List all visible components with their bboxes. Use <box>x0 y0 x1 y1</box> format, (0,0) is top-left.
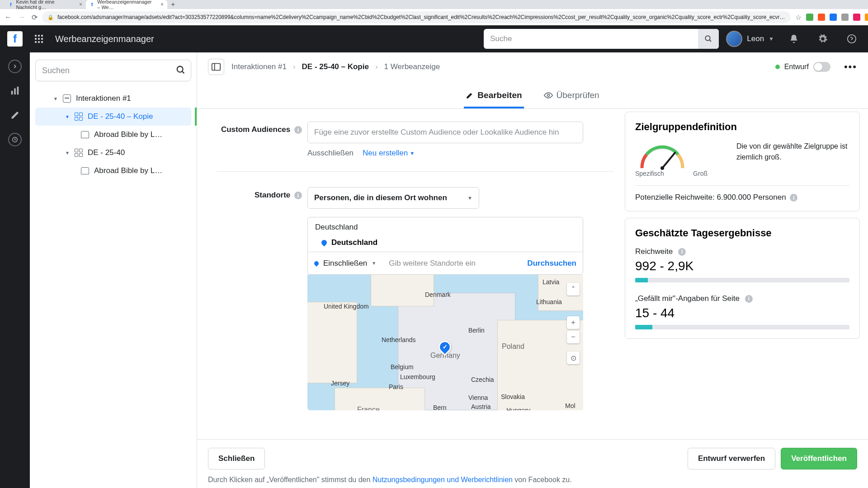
tree-search-input[interactable] <box>35 60 191 81</box>
map-label: Denmark <box>425 291 451 298</box>
apps-grid-icon[interactable] <box>30 30 48 48</box>
custom-audiences-label: Custom Audiences i <box>205 122 307 134</box>
exclude-link[interactable]: Ausschließen <box>307 149 354 158</box>
chevron-down-icon: ▼ <box>769 36 774 42</box>
map-zoom-out-button[interactable]: − <box>567 331 580 343</box>
svg-point-2 <box>848 35 856 43</box>
include-select[interactable]: Einschließen ▼ <box>308 259 382 268</box>
tree-label: Abroad Bible by L… <box>94 130 162 139</box>
ext-icon[interactable] <box>806 14 813 21</box>
back-icon[interactable]: ← <box>5 13 12 22</box>
more-menu-icon[interactable]: ••• <box>844 61 857 73</box>
svg-point-11 <box>547 94 549 97</box>
create-new-link[interactable]: Neu erstellen ▼ <box>363 149 415 158</box>
draft-toggle[interactable] <box>813 62 830 72</box>
new-tab-button[interactable]: + <box>171 0 175 9</box>
tab-title: Kevin hat dir eine Nachricht g… <box>16 0 74 10</box>
pin-icon <box>321 239 328 247</box>
crumb-ad[interactable]: 1 Werbeanzeige <box>384 62 440 71</box>
crumb-campaign[interactable]: Interaktionen #1 <box>231 62 287 71</box>
location-item[interactable]: Deutschland <box>308 234 583 252</box>
card-title: Zielgruppendefinition <box>635 121 849 133</box>
ext-icon[interactable] <box>818 14 825 21</box>
address-bar[interactable]: 🔒 facebook.com/adsmanager/manage/adsets/… <box>42 11 791 23</box>
tab-review[interactable]: Überprüfen <box>542 85 601 108</box>
map-label: Czechia <box>471 376 494 383</box>
nav-rail <box>0 52 30 488</box>
ad-icon <box>80 130 90 139</box>
custom-audiences-input[interactable] <box>307 122 583 143</box>
info-icon[interactable]: i <box>294 192 302 199</box>
forward-icon[interactable]: → <box>18 13 25 22</box>
search-icon <box>176 65 186 77</box>
terms-link[interactable]: Nutzungsbedingungen und Werberichtlinien <box>373 476 513 483</box>
facebook-logo[interactable]: f <box>7 31 23 47</box>
tree-ad-2[interactable]: Abroad Bible by L… <box>35 162 191 180</box>
map-locate-button[interactable]: ⊙ <box>567 352 580 364</box>
rail-edit[interactable] <box>8 108 22 122</box>
folder-icon <box>62 94 71 103</box>
star-icon[interactable]: ☆ <box>795 13 802 22</box>
location-map[interactable]: United Kingdom Denmark Latvia Lithuania … <box>307 275 583 410</box>
likes-bar <box>635 325 849 329</box>
browser-tab-1[interactable]: f Kevin hat dir eine Nachricht g… × <box>5 0 86 9</box>
close-button[interactable]: Schließen <box>208 448 265 469</box>
ext-icon[interactable] <box>853 14 860 21</box>
app-title: Werbeanzeigenmanager <box>55 34 154 44</box>
map-label: Lithuania <box>536 298 562 305</box>
search-button[interactable] <box>698 29 719 49</box>
tree-adset-2[interactable]: ▼ DE - 25-40 <box>35 144 191 162</box>
map-label: Jersey <box>331 380 349 387</box>
browser-tab-2[interactable]: f Werbeanzeigenmanager – We… × <box>86 0 167 9</box>
map-collapse-button[interactable]: ˄ <box>567 283 580 296</box>
audience-gauge <box>635 141 689 173</box>
svg-point-7 <box>177 66 183 72</box>
crumb-adset[interactable]: DE - 25-40 – Kopie <box>302 62 369 71</box>
chevron-down-icon: ▼ <box>53 96 58 101</box>
info-icon[interactable]: i <box>294 126 302 134</box>
reach-bar <box>635 278 849 282</box>
tab-label: Bearbeiten <box>477 90 522 100</box>
info-icon[interactable]: i <box>745 295 753 303</box>
discard-draft-button[interactable]: Entwurf verwerfen <box>688 448 775 469</box>
settings-icon[interactable] <box>814 30 832 48</box>
rail-history[interactable] <box>8 133 22 146</box>
ext-icon[interactable] <box>865 14 868 21</box>
ad-icon <box>80 166 90 175</box>
location-type-select[interactable]: Personen, die in diesem Ort wohnen ▼ <box>307 187 479 209</box>
reload-icon[interactable]: ⟳ <box>32 13 38 22</box>
draft-label: Entwurf <box>784 63 809 71</box>
tree-adset-1[interactable]: ▼ DE - 25-40 – Kopie <box>35 108 191 126</box>
rail-charts[interactable] <box>8 84 22 98</box>
ext-icon[interactable] <box>830 14 837 21</box>
tab-edit[interactable]: Bearbeiten <box>464 85 524 108</box>
search-input[interactable] <box>484 34 698 43</box>
location-input[interactable] <box>382 259 521 268</box>
tab-label: Überprüfen <box>557 90 599 100</box>
info-icon[interactable]: i <box>678 248 686 256</box>
publish-button[interactable]: Veröffentlichen <box>781 448 857 469</box>
extensions: ⋮ <box>806 13 868 22</box>
close-icon[interactable]: × <box>79 1 82 8</box>
user-menu[interactable]: Leon ▼ <box>726 31 774 47</box>
chevron-down-icon: ▼ <box>410 150 415 156</box>
ext-icon[interactable] <box>841 14 849 21</box>
tree-campaign[interactable]: ▼ Interaktionen #1 <box>35 89 191 108</box>
close-icon[interactable]: × <box>160 1 164 8</box>
map-label: Slovakia <box>501 393 525 400</box>
tree-ad-1[interactable]: Abroad Bible by L… <box>35 126 191 144</box>
map-label: Hungary <box>506 407 530 410</box>
toggle-panel-button[interactable] <box>208 59 224 75</box>
notifications-icon[interactable] <box>785 30 803 48</box>
svg-rect-4 <box>14 89 16 95</box>
map-label: Paris <box>389 383 403 390</box>
map-label: Poland <box>502 343 524 351</box>
rail-overview[interactable] <box>8 60 22 73</box>
locations-label: Standorte i <box>205 187 307 200</box>
browse-link[interactable]: Durchsuchen <box>521 259 583 268</box>
svg-line-8 <box>182 71 184 74</box>
info-icon[interactable]: i <box>790 194 797 202</box>
map-zoom-in-button[interactable]: + <box>567 316 580 329</box>
help-icon[interactable] <box>843 30 861 48</box>
location-name: Deutschland <box>331 238 377 247</box>
